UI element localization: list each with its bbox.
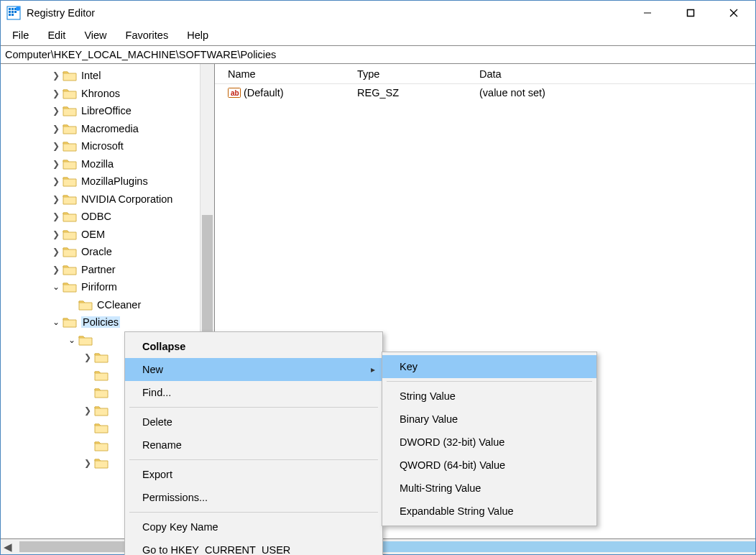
- chevron-right-icon[interactable]: ❯: [51, 176, 61, 186]
- chevron-right-icon[interactable]: ❯: [51, 211, 61, 221]
- folder-icon: [63, 264, 77, 275]
- ctx-delete[interactable]: Delete: [125, 410, 382, 434]
- menu-edit[interactable]: Edit: [45, 28, 68, 42]
- ctx-collapse[interactable]: Collapse: [125, 335, 382, 358]
- folder-icon: [63, 175, 77, 187]
- svg-rect-1: [9, 8, 11, 10]
- svg-rect-11: [688, 10, 694, 17]
- folder-icon: [63, 70, 77, 81]
- tree-item[interactable]: ❯Oracle: [1, 243, 200, 261]
- tree-item-label: Mozilla: [81, 158, 114, 170]
- col-data[interactable]: Data: [474, 65, 755, 83]
- ctx-new-multistring[interactable]: Multi-String Value: [382, 477, 596, 500]
- chevron-right-icon[interactable]: ❯: [83, 458, 93, 468]
- expand-placeholder: [83, 441, 93, 451]
- folder-icon: [63, 140, 77, 152]
- tree-item[interactable]: ⌄Policies: [1, 313, 200, 331]
- tree-item-label: LibreOffice: [81, 105, 132, 116]
- tree-item[interactable]: ❯Mozilla: [1, 155, 200, 173]
- titlebar: Registry Editor: [1, 1, 755, 25]
- menu-help[interactable]: Help: [184, 28, 211, 42]
- address-bar[interactable]: Computer\HKEY_LOCAL_MACHINE\SOFTWARE\Pol…: [1, 45, 755, 64]
- window-title: Registry Editor: [27, 7, 95, 19]
- ctx-find[interactable]: Find...: [125, 381, 382, 404]
- chevron-right-icon[interactable]: ❯: [51, 247, 61, 257]
- value-row[interactable]: ab (Default) REG_SZ (value not set): [215, 84, 755, 101]
- svg-point-9: [16, 6, 20, 11]
- address-path: Computer\HKEY_LOCAL_MACHINE\SOFTWARE\Pol…: [5, 49, 276, 60]
- chevron-right-icon[interactable]: ❯: [51, 124, 61, 134]
- maximize-button[interactable]: [669, 1, 712, 25]
- menubar: File Edit View Favorites Help: [1, 25, 755, 45]
- folder-icon: [94, 422, 109, 434]
- ctx-separator: [129, 459, 378, 460]
- menu-view[interactable]: View: [81, 28, 109, 42]
- chevron-right-icon[interactable]: ❯: [51, 106, 61, 116]
- ctx-permissions[interactable]: Permissions...: [125, 486, 382, 509]
- chevron-right-icon[interactable]: ❯: [51, 159, 61, 169]
- tree-item[interactable]: ⌄Piriform: [1, 278, 200, 296]
- ctx-new[interactable]: New ▸: [125, 358, 382, 381]
- ctx-separator: [129, 512, 378, 513]
- folder-icon: [63, 123, 77, 134]
- regedit-app-icon: [6, 6, 21, 20]
- folder-icon: [63, 105, 77, 116]
- registry-editor-window: Registry Editor File Edit View Favorites…: [0, 0, 756, 555]
- col-name[interactable]: Name: [222, 65, 351, 83]
- tree-item[interactable]: ❯NVIDIA Corporation: [1, 191, 200, 208]
- tree-item[interactable]: ❯MozillaPlugins: [1, 173, 200, 191]
- chevron-right-icon[interactable]: ❯: [83, 405, 93, 416]
- tree-item[interactable]: ❯Partner: [1, 261, 200, 279]
- ctx-copy-key-name[interactable]: Copy Key Name: [125, 515, 382, 538]
- tree-item[interactable]: ❯Khronos: [1, 85, 200, 103]
- context-submenu-new: Key String Value Binary Value DWORD (32-…: [382, 352, 597, 526]
- svg-text:ab: ab: [231, 89, 239, 97]
- tree-item-label: Oracle: [81, 246, 112, 257]
- expand-placeholder: [83, 387, 93, 398]
- chevron-right-icon[interactable]: ❯: [83, 352, 93, 362]
- tree-item[interactable]: ❯Macromedia: [1, 120, 200, 138]
- ctx-new-expandstring[interactable]: Expandable String Value: [382, 500, 596, 523]
- tree-item[interactable]: CCleaner: [1, 296, 200, 314]
- chevron-right-icon[interactable]: ❯: [51, 141, 61, 151]
- chevron-down-icon[interactable]: ⌄: [51, 282, 61, 292]
- folder-icon: [63, 229, 77, 240]
- chevron-right-icon[interactable]: ❯: [51, 88, 61, 98]
- chevron-right-icon[interactable]: ❯: [51, 194, 61, 204]
- close-button[interactable]: [712, 1, 755, 25]
- scroll-left-icon[interactable]: ◀: [1, 539, 15, 554]
- expand-placeholder: [67, 300, 77, 310]
- folder-icon: [63, 193, 77, 205]
- chevron-right-icon[interactable]: ❯: [51, 265, 61, 275]
- chevron-right-icon[interactable]: ❯: [51, 229, 61, 239]
- tree-item[interactable]: ❯Intel: [1, 67, 200, 85]
- ctx-new-qword[interactable]: QWORD (64-bit) Value: [382, 454, 596, 477]
- tree-item-label: ODBC: [81, 211, 111, 222]
- folder-icon: [63, 246, 77, 257]
- ctx-new-key[interactable]: Key: [382, 355, 596, 378]
- ctx-goto-hkcu[interactable]: Go to HKEY_CURRENT_USER: [125, 538, 382, 555]
- folder-icon: [63, 316, 77, 328]
- menu-favorites[interactable]: Favorites: [123, 28, 172, 42]
- chevron-right-icon[interactable]: ❯: [51, 70, 61, 81]
- values-header: Name Type Data: [215, 64, 755, 84]
- tree-item-label: MozillaPlugins: [81, 175, 148, 187]
- ctx-new-binary[interactable]: Binary Value: [382, 408, 596, 431]
- tree-item-label: Khronos: [81, 88, 120, 99]
- svg-rect-4: [9, 11, 11, 13]
- tree-item[interactable]: ❯ODBC: [1, 208, 200, 226]
- ctx-new-dword[interactable]: DWORD (32-bit) Value: [382, 431, 596, 454]
- minimize-button[interactable]: [626, 1, 669, 25]
- chevron-down-icon[interactable]: ⌄: [67, 335, 77, 345]
- col-type[interactable]: Type: [351, 65, 474, 83]
- ctx-new-string[interactable]: String Value: [382, 385, 596, 408]
- tree-item[interactable]: ❯LibreOffice: [1, 102, 200, 120]
- tree-item[interactable]: ❯Microsoft: [1, 137, 200, 155]
- tree-item[interactable]: ❯OEM: [1, 226, 200, 244]
- expand-placeholder: [83, 423, 93, 433]
- chevron-down-icon[interactable]: ⌄: [51, 317, 61, 327]
- menu-file[interactable]: File: [9, 28, 32, 42]
- ctx-export[interactable]: Export: [125, 463, 382, 486]
- tree-item-label: Microsoft: [81, 140, 124, 152]
- ctx-rename[interactable]: Rename: [125, 434, 382, 457]
